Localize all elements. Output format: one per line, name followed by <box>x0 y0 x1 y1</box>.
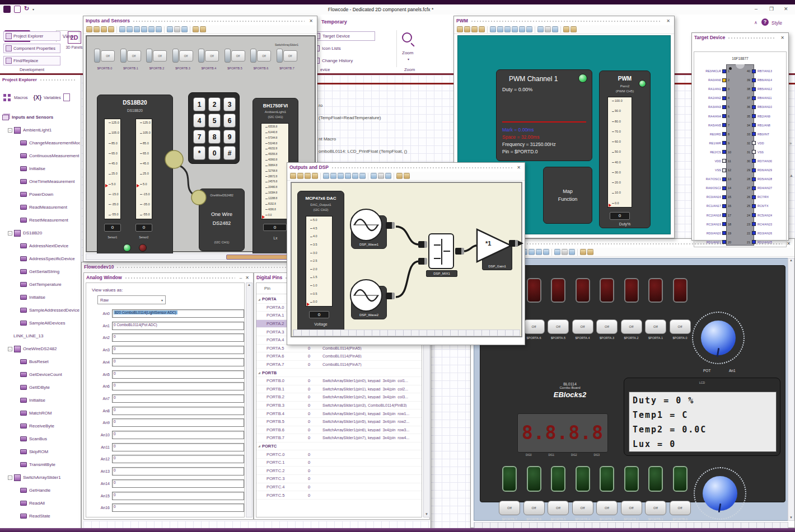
maximize-button[interactable]: ❐ <box>769 6 774 12</box>
pin-pad[interactable] <box>752 141 756 145</box>
pin-row-PORTB.4[interactable]: PORTB.40SwitchArraySlider1(pin4), keypad… <box>256 409 422 418</box>
pin-pad[interactable] <box>752 69 756 73</box>
zoom-icon[interactable] <box>402 32 412 43</box>
toolbar-icon-7[interactable] <box>504 26 511 32</box>
analog-row-An9[interactable]: An90 <box>90 418 244 427</box>
pin-pad[interactable] <box>752 195 756 199</box>
toolbar-icon-7[interactable] <box>338 173 344 179</box>
mixer-input-plug-1[interactable] <box>418 241 427 248</box>
board-switch-$PORTB.6[interactable]: Off <box>523 501 545 515</box>
pin-pad[interactable] <box>722 222 726 226</box>
analog-value-field[interactable]: 0 <box>112 358 244 366</box>
analog-value-field[interactable]: 0 <box>112 407 244 415</box>
tree-item-ReceiveByte[interactable]: ReceiveByte <box>1 420 80 432</box>
analog-row-An10[interactable]: An100 <box>90 430 244 440</box>
onewire-block[interactable]: OneWireDS2482 One Wire DS2482 (I2C CH1) <box>199 189 245 251</box>
pin-row-PORTC.2[interactable]: PORTC.20 <box>256 467 422 475</box>
pwm-slider-scale[interactable]: 100.090.080.070.060.050.040.030.020.010.… <box>607 97 632 208</box>
toolbar-icon-14[interactable] <box>385 173 391 179</box>
pin-pad[interactable] <box>722 150 726 154</box>
analog-value-field[interactable]: 0 <box>112 443 244 451</box>
close-icon[interactable]: ✕ <box>244 275 251 280</box>
pin-column-header[interactable]: Pin <box>264 286 270 291</box>
pwm-channel-block[interactable]: PWM Channel 1 Duty = 0.00% Mark = 0.00ms… <box>496 69 592 161</box>
app-logo-icon[interactable] <box>3 6 11 13</box>
inputs-titlebar[interactable]: Inputs and Sensors ✕ <box>83 16 317 25</box>
close-button[interactable]: ✕ <box>784 6 788 12</box>
mixer-input-plug-2[interactable] <box>418 258 427 265</box>
pin-pad[interactable] <box>722 231 726 235</box>
ds18b20-value-1[interactable]: 0 <box>104 224 121 232</box>
toolbar-icon-1[interactable] <box>464 26 470 32</box>
analog-value-field[interactable]: 0 <box>112 479 244 488</box>
toolbar-icon-2[interactable] <box>305 173 311 179</box>
switch-$PORTB.7[interactable]: Off$PORTB.7 <box>276 48 298 76</box>
switch-$PORTB.4[interactable]: Off$PORTB.4 <box>198 48 220 76</box>
analog-row-An3[interactable]: An30 <box>90 345 244 355</box>
analog-value-field[interactable]: 0 <box>112 467 244 475</box>
pin-pad[interactable] <box>752 78 756 82</box>
switch-lever[interactable] <box>120 49 127 63</box>
analog-row-An4[interactable]: An40 <box>90 357 244 367</box>
switch-lever[interactable] <box>225 49 231 63</box>
tree-item-GetDeviceCount[interactable]: GetDeviceCount <box>1 368 80 381</box>
toolbar-icon-16[interactable] <box>563 26 569 32</box>
analog-value-field[interactable]: 0 <box>112 394 244 403</box>
keypad-key-#[interactable]: # <box>223 146 236 160</box>
close-icon[interactable]: ✕ <box>307 18 315 23</box>
tree-item-GetTemperature[interactable]: GetTemperature <box>1 278 80 291</box>
tree-item-LINK_LINE_13[interactable]: LINK_LINE_13 <box>1 329 80 342</box>
tree-item-SkipROM[interactable]: SkipROM <box>1 445 80 458</box>
toolbar-icon-14[interactable] <box>569 249 575 255</box>
pin-row-PORTC.4[interactable]: PORTC.40 <box>256 483 422 492</box>
switch-$PORTB.6[interactable]: Off$PORTB.6 <box>250 48 272 76</box>
macros-tab-label[interactable]: Macros <box>14 95 28 100</box>
undo-icon[interactable]: ↻ <box>24 5 29 12</box>
toolbar-icon-1[interactable] <box>93 26 100 32</box>
port-group-PORTC[interactable]: ◢PORTC <box>256 442 422 451</box>
pin-pad[interactable] <box>722 114 726 118</box>
pin-row-PORTC.0[interactable]: PORTC.00 <box>256 450 422 459</box>
target-device-titlebar[interactable]: Target Device ✕ <box>692 33 788 42</box>
view-item-change-history[interactable]: Change History <box>311 56 375 65</box>
switch-$PORTB.2[interactable]: Off$PORTB.2 <box>146 48 168 76</box>
toolbar-icon-12[interactable] <box>371 173 377 179</box>
pin-pad[interactable] <box>722 159 726 163</box>
tree-item-GetIDByte[interactable]: GetIDByte <box>1 381 80 394</box>
toolbar-icon-14[interactable] <box>552 26 558 32</box>
gain-output-plug[interactable] <box>509 240 518 247</box>
toolbar-icon-9[interactable] <box>536 249 542 255</box>
analog-value-field[interactable]: 0 <box>112 418 244 427</box>
toolbar-icon-13[interactable] <box>562 249 568 255</box>
toolbar-icon-6[interactable] <box>497 26 503 32</box>
pin-pad[interactable] <box>722 213 726 217</box>
keypad-key-8[interactable]: 8 <box>208 130 221 144</box>
pin-pad[interactable] <box>752 150 756 154</box>
switch-lever[interactable] <box>198 49 204 63</box>
quick-access-caret-icon[interactable]: ▾ <box>32 7 34 11</box>
find-replace-button[interactable]: Find/Replace <box>3 56 60 65</box>
toolbar-icon-0[interactable] <box>86 26 92 32</box>
save-icon[interactable] <box>14 6 21 13</box>
main-scroll-right-icon[interactable]: » <box>789 141 792 146</box>
pin-row-PORTB.3[interactable]: PORTB.30SwitchArraySlider1(pin3), ComboB… <box>256 402 422 410</box>
view-item-target-device[interactable]: Target Device <box>311 31 375 41</box>
toolbar-icon-6[interactable] <box>330 173 336 179</box>
analog-value-field[interactable]: 0 <box>112 503 244 512</box>
pin-row-PORTB.7[interactable]: PORTB.70SwitchArraySlider1(pin7), keypad… <box>256 434 422 442</box>
mixer-output-plug[interactable] <box>455 248 464 255</box>
view-item-icon-lists[interactable]: Icon Lists <box>311 44 375 53</box>
analog-value-field[interactable]: 0 <box>112 382 244 390</box>
keypad-key-1[interactable]: 1 <box>193 97 205 111</box>
analog-row-An11[interactable]: An110 <box>90 442 244 452</box>
tree-item-ScanBus[interactable]: ScanBus <box>1 432 80 445</box>
tree-item-Inputs and Sensors[interactable]: Inputs and Sensors <box>1 111 80 124</box>
pin-pad[interactable] <box>722 105 726 109</box>
toolbar-icon-10[interactable] <box>543 249 549 255</box>
board-switch-$PORTA.6[interactable]: Off <box>523 319 545 334</box>
component-properties-button[interactable]: Component Properties <box>3 44 60 53</box>
board-switch-$PORTA.5[interactable]: Off <box>548 319 569 334</box>
tree-item-SampleAllDevices[interactable]: SampleAllDevices <box>1 317 80 329</box>
pin-pad[interactable] <box>752 213 756 217</box>
pin-pad[interactable] <box>722 87 726 91</box>
